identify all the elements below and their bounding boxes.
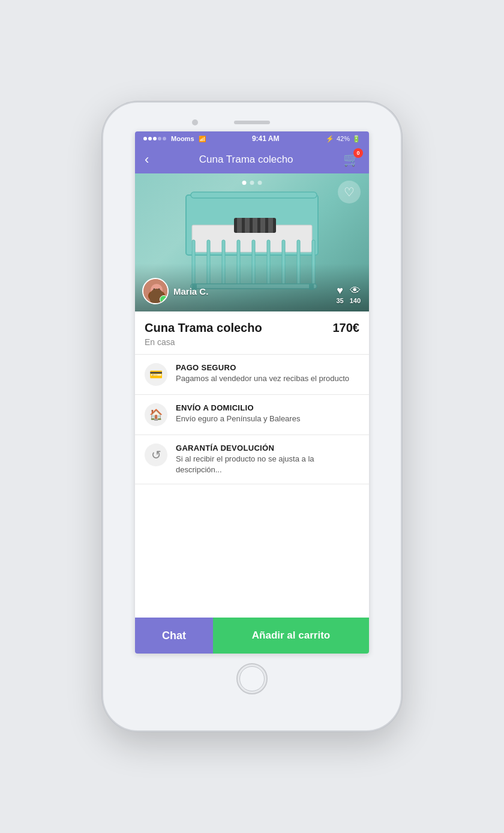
heart-filled-icon: ♥ bbox=[337, 284, 343, 297]
action-bar: Chat Añadir al carrito bbox=[135, 618, 369, 654]
product-image-area: ♡ ✓ Maria C. bbox=[135, 173, 369, 311]
cart-button[interactable]: 🛒 0 bbox=[343, 152, 359, 167]
product-price: 170€ bbox=[333, 321, 360, 335]
feature-item-garantia: ↺ Garantía devolución Si al recibir el p… bbox=[135, 435, 369, 484]
phone-frame: Mooms 📶 9:41 AM ⚡ 42% 🔋 ‹ Cuna Trama col… bbox=[102, 101, 402, 732]
dot-2[interactable] bbox=[250, 181, 254, 185]
verified-badge: ✓ bbox=[160, 295, 168, 304]
signal-dot-1 bbox=[143, 137, 147, 140]
status-time: 9:41 AM bbox=[252, 134, 280, 143]
heart-icon: ♡ bbox=[344, 185, 355, 199]
signal-dot-4 bbox=[158, 137, 161, 140]
likes-stat: ♥ 35 bbox=[336, 284, 343, 304]
garantia-icon: ↺ bbox=[145, 444, 167, 466]
page-title: Cuna Trama colecho bbox=[149, 154, 343, 166]
svg-rect-18 bbox=[191, 192, 317, 198]
camera bbox=[192, 119, 198, 125]
svg-rect-3 bbox=[237, 218, 242, 233]
wifi-icon: 📶 bbox=[199, 136, 206, 142]
views-count: 140 bbox=[350, 297, 361, 304]
dot-3[interactable] bbox=[258, 181, 262, 185]
signal-dot-5 bbox=[163, 137, 166, 140]
signal-dot-2 bbox=[148, 137, 152, 140]
product-title: Cuna Trama colecho bbox=[145, 321, 327, 335]
image-dots bbox=[242, 181, 262, 185]
product-stats: ♥ 35 👁 140 bbox=[336, 284, 361, 304]
pago-desc: Pagamos al vendedor una vez recibas el p… bbox=[176, 373, 359, 384]
garantia-title: Garantía devolución bbox=[176, 444, 359, 453]
envio-icon: 🏠 bbox=[145, 403, 167, 426]
feature-item-envio: 🏠 Envío A domicilio Envío eguro a Peníns… bbox=[135, 395, 369, 435]
envio-title: Envío A domicilio bbox=[176, 403, 359, 412]
signal-dots bbox=[143, 137, 166, 140]
app-header: ‹ Cuna Trama colecho 🛒 0 bbox=[135, 146, 369, 173]
pago-icon: 💳 bbox=[145, 363, 167, 386]
battery-icon: 🔋 bbox=[352, 135, 361, 143]
cart-badge: 0 bbox=[353, 148, 363, 158]
phone-screen: Mooms 📶 9:41 AM ⚡ 42% 🔋 ‹ Cuna Trama col… bbox=[135, 131, 369, 654]
bluetooth-icon: ⚡ bbox=[326, 135, 334, 143]
pago-text: PAGO SEGURO Pagamos al vendedor una vez … bbox=[176, 363, 359, 384]
add-to-cart-button[interactable]: Añadir al carrito bbox=[213, 618, 369, 654]
svg-rect-6 bbox=[260, 218, 265, 233]
home-button-inner bbox=[239, 666, 265, 691]
views-stat: 👁 140 bbox=[350, 284, 361, 304]
seller-name[interactable]: Maria C. bbox=[173, 286, 208, 296]
envio-desc: Envío eguro a Península y Baleares bbox=[176, 413, 359, 424]
carrier-name: Mooms bbox=[171, 135, 194, 142]
product-location: En casa bbox=[135, 337, 369, 354]
svg-rect-5 bbox=[253, 218, 257, 233]
garantia-text: Garantía devolución Si al recibir el pro… bbox=[176, 444, 359, 475]
dot-1[interactable] bbox=[242, 181, 247, 185]
status-left: Mooms 📶 bbox=[143, 135, 206, 142]
back-button[interactable]: ‹ bbox=[145, 152, 149, 167]
phone-top bbox=[103, 113, 401, 131]
svg-rect-4 bbox=[245, 218, 250, 233]
svg-rect-7 bbox=[268, 218, 273, 233]
seller-avatar[interactable]: ✓ bbox=[142, 278, 169, 304]
feature-list: 💳 PAGO SEGURO Pagamos al vendedor una ve… bbox=[135, 354, 369, 618]
status-bar: Mooms 📶 9:41 AM ⚡ 42% 🔋 bbox=[135, 131, 369, 146]
envio-text: Envío A domicilio Envío eguro a Penínsul… bbox=[176, 403, 359, 424]
signal-dot-3 bbox=[153, 137, 157, 140]
home-button[interactable] bbox=[236, 663, 268, 694]
product-title-row: Cuna Trama colecho 170€ bbox=[135, 311, 369, 337]
favorite-button[interactable]: ♡ bbox=[338, 181, 361, 203]
speaker bbox=[234, 121, 270, 124]
product-details: Cuna Trama colecho 170€ En casa 💳 PAGO S… bbox=[135, 311, 369, 654]
feature-item-pago: 💳 PAGO SEGURO Pagamos al vendedor una ve… bbox=[135, 355, 369, 395]
eye-icon: 👁 bbox=[350, 284, 361, 297]
pago-title: PAGO SEGURO bbox=[176, 363, 359, 372]
garantia-desc: Si al recibir el producto no se ajusta a… bbox=[176, 454, 359, 475]
status-right: ⚡ 42% 🔋 bbox=[326, 135, 361, 143]
battery-percent: 42% bbox=[337, 135, 350, 142]
likes-count: 35 bbox=[336, 297, 343, 304]
seller-overlay: ✓ Maria C. bbox=[142, 278, 208, 304]
chat-button[interactable]: Chat bbox=[135, 618, 213, 654]
